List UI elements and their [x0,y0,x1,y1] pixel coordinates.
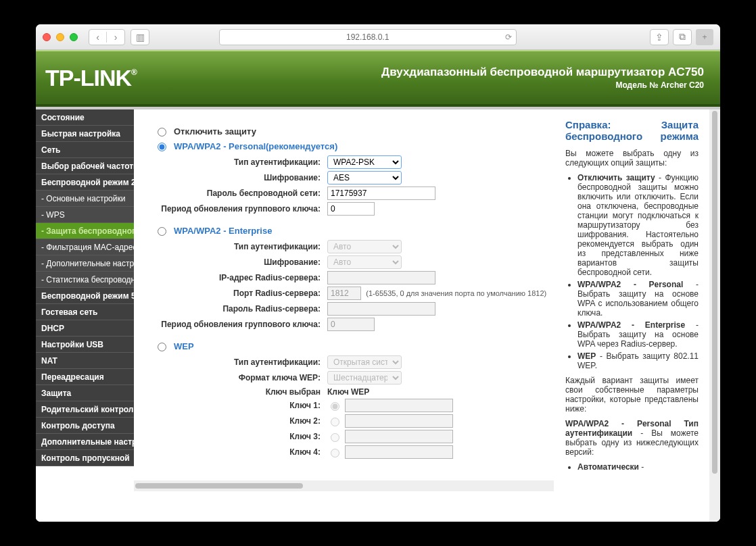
sidebar-item-21[interactable]: Контроль пропускной [36,450,134,466]
sidebar-item-13[interactable]: DHCP [36,320,134,337]
input-key4[interactable] [345,445,453,459]
help-list: Отключить защиту - Функцию беспроводной … [565,173,699,370]
sidebar-item-2[interactable]: Сеть [36,142,134,158]
nav-back-forward[interactable]: ‹ › [89,29,125,45]
radio-key1[interactable] [331,402,339,411]
label-disable-security: Отключить защиту [174,126,256,136]
window-controls [43,33,78,41]
sidebar-item-5[interactable]: - Основные настройки [36,191,134,207]
label-wireless-password: Пароль беспроводной сети: [160,189,327,198]
main-panel[interactable]: Отключить защиту WPA/WPA2 - Personal(рек… [134,109,554,522]
close-icon[interactable] [43,33,51,41]
header-model: Модель № Archer C20 [381,80,704,90]
input-wireless-password[interactable] [327,187,435,200]
logo: TP-LINK® [45,65,137,91]
sidebar-item-16[interactable]: Переадресация [36,369,134,385]
input-key3[interactable] [345,430,453,443]
hint-radius-port: (1-65535, 0 для значения порта по умолча… [366,289,546,297]
label-group-key: Период обновления группового ключа: [160,204,327,214]
input-ent-gk[interactable] [327,318,375,331]
browser-window: ‹ › ▥ 192.168.0.1 ⟳ ⇪ ⧉ + TP-LINK® Двухд… [36,24,720,522]
router-header: TP-LINK® Двухдиапазонный беспроводной ма… [36,50,720,107]
sidebar-item-11[interactable]: Беспроводной режим 5 ГГц [36,288,134,304]
input-radius-pwd[interactable] [327,302,435,316]
select-encryption[interactable]: AES [327,171,402,184]
sidebar-item-9[interactable]: - Дополнительные настройки [36,255,134,272]
sidebar-toggle-icon[interactable]: ▥ [131,29,149,45]
input-key1[interactable] [345,399,453,412]
radio-disable-security[interactable] [158,128,166,136]
forward-icon[interactable]: › [107,32,124,43]
sidebar-item-10[interactable]: - Статистика беспроводного [36,272,134,288]
tabs-icon[interactable]: ⧉ [673,29,692,45]
sidebar-item-4[interactable]: Беспроводной режим 2,4 ГГц [36,174,134,191]
sidebar[interactable]: СостояниеБыстрая настройкаСетьВыбор рабо… [36,109,134,522]
new-tab-button[interactable]: + [696,29,713,45]
input-radius-ip[interactable] [327,271,435,284]
url-text: 192.168.0.1 [346,32,389,42]
sidebar-item-8[interactable]: - Фильтрация MAC-адресов [36,239,134,255]
radio-wpa-personal[interactable] [158,143,166,151]
help-title: Справка: Защита беспроводного режима [565,119,699,142]
select-auth-type[interactable]: WPA2-PSK [327,155,402,169]
sidebar-item-19[interactable]: Контроль доступа [36,418,134,434]
sidebar-item-14[interactable]: Настройки USB [36,337,134,353]
sidebar-item-1[interactable]: Быстрая настройка [36,126,134,142]
back-icon[interactable]: ‹ [89,32,107,43]
horizontal-scrollbar[interactable] [134,480,554,491]
sidebar-item-0[interactable]: Состояние [36,109,134,126]
select-wep-format[interactable]: Шестнадцатеричный [327,371,402,384]
label-auth-type: Тип аутентификации: [160,157,327,167]
sidebar-item-17[interactable]: Защита [36,385,134,401]
select-wep-auth[interactable]: Открытая система [327,355,402,369]
sidebar-item-20[interactable]: Дополнительные настройки [36,434,134,450]
select-ent-auth[interactable]: Авто [327,240,402,253]
titlebar: ‹ › ▥ 192.168.0.1 ⟳ ⇪ ⧉ + [36,24,720,50]
help-panel[interactable]: Справка: Защита беспроводного режима Вы … [554,109,709,522]
radio-wep[interactable] [158,343,166,351]
sidebar-item-3[interactable]: Выбор рабочей частоты [36,158,134,174]
reload-icon[interactable]: ⟳ [505,32,512,42]
label-encryption: Шифрование: [160,173,327,182]
header-title: Двухдиапазонный беспроводной маршрутизат… [381,66,704,79]
url-bar[interactable]: 192.168.0.1 ⟳ [219,29,517,45]
help-intro: Вы можете выбрать одну из следующих опци… [565,149,699,168]
page: TP-LINK® Двухдиапазонный беспроводной ма… [36,50,720,522]
radio-key2[interactable] [331,418,339,426]
input-radius-port[interactable] [327,287,361,300]
vertical-scrollbar[interactable] [709,109,720,522]
select-ent-enc[interactable]: Авто [327,255,402,269]
radio-wpa-enterprise[interactable] [158,227,166,236]
sidebar-item-7[interactable]: - Защита беспроводного [36,223,134,239]
share-icon[interactable]: ⇪ [650,29,669,45]
sidebar-item-6[interactable]: - WPS [36,207,134,223]
sidebar-item-15[interactable]: NAT [36,353,134,369]
radio-key4[interactable] [331,449,339,457]
minimize-icon[interactable] [56,33,64,41]
sidebar-item-12[interactable]: Гостевая сеть [36,304,134,320]
label-wep: WEP [174,341,194,351]
input-group-key[interactable] [327,202,375,216]
label-wpa-personal: WPA/WPA2 - Personal(рекомендуется) [174,141,337,151]
sidebar-item-18[interactable]: Родительский контроль [36,401,134,418]
radio-key3[interactable] [331,433,339,442]
label-wpa-enterprise: WPA/WPA2 - Enterprise [174,226,272,236]
zoom-icon[interactable] [70,33,78,41]
input-key2[interactable] [345,414,453,428]
